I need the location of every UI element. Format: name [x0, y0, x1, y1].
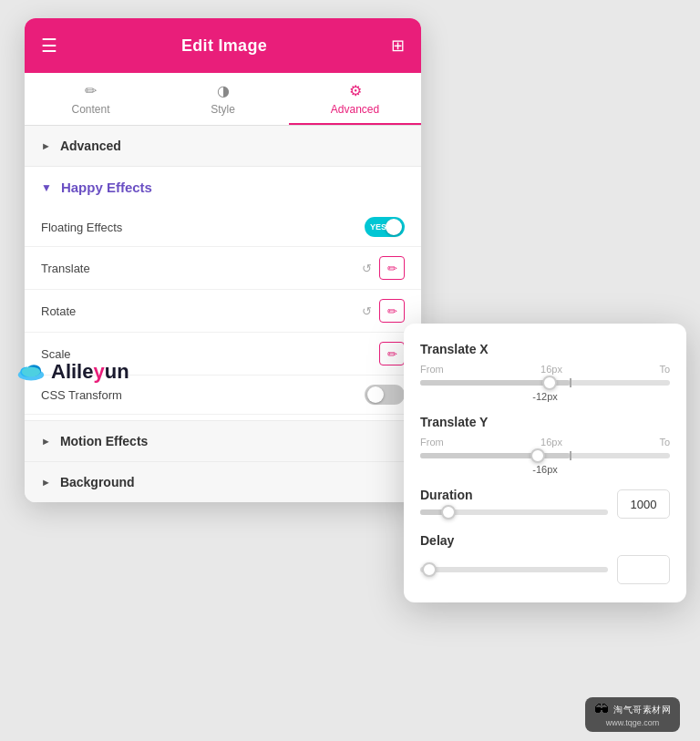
tab-content-label: Content [71, 103, 109, 116]
scale-edit-button[interactable]: ✏ [379, 342, 405, 365]
floating-effects-label: Floating Effects [41, 221, 122, 234]
floating-effects-control: YES [365, 217, 405, 237]
rotate-refresh-button[interactable]: ↺ [362, 304, 372, 318]
controls-area: Floating Effects YES Translate ↺ ✏ Ro [25, 208, 421, 420]
watermark-text: Alileyun [51, 360, 129, 384]
translate-control: ↺ ✏ [362, 256, 405, 280]
site-watermark-top: 🕶 淘气哥素材网 [594, 702, 671, 718]
advanced-section-row[interactable]: ► Advanced [25, 126, 421, 167]
translate-x-knob[interactable] [542, 376, 557, 390]
translate-y-section: Translate Y From 16px To -16px [420, 415, 670, 475]
floating-effects-toggle[interactable]: YES [365, 217, 405, 237]
background-label: Background [60, 475, 135, 489]
delay-title: Delay [420, 533, 670, 548]
translate-x-tick [570, 378, 571, 387]
scale-label: Scale [41, 347, 71, 361]
duration-left: Duration [420, 488, 608, 520]
translate-y-knob[interactable] [530, 448, 545, 463]
floating-effects-row: Floating Effects YES [25, 208, 421, 247]
watermark: Alileyun [16, 360, 129, 384]
duration-section: Duration [420, 488, 670, 520]
panel-header: ☰ Edit Image ⊞ [25, 18, 421, 73]
advanced-section-label: Advanced [60, 139, 121, 153]
style-icon: ◑ [217, 82, 230, 99]
delay-input[interactable] [617, 555, 670, 584]
panel-title: Edit Image [181, 36, 267, 56]
advanced-chevron-icon: ► [41, 140, 51, 151]
css-transform-toggle[interactable] [365, 385, 405, 405]
translate-x-title: Translate X [420, 342, 670, 356]
duration-title: Duration [420, 488, 608, 502]
translate-edit-button[interactable]: ✏ [379, 256, 405, 280]
watermark-red-letter: y [93, 360, 104, 383]
tab-advanced[interactable]: ⚙ Advanced [289, 73, 421, 125]
content-icon: ✏ [85, 82, 97, 99]
translate-y-title: Translate Y [420, 415, 670, 429]
hamburger-icon[interactable]: ☰ [41, 35, 57, 57]
translate-x-label-row: From 16px To [420, 364, 670, 375]
translate-x-from-label: From [420, 364, 444, 375]
translate-x-mid-value: -12px [420, 391, 670, 402]
site-watermark: 🕶 淘气哥素材网 www.tqge.com [585, 697, 680, 732]
translate-x-value-label: 16px [540, 364, 562, 375]
delay-knob[interactable] [422, 562, 437, 577]
translate-x-to-label: To [659, 364, 670, 375]
background-section-row[interactable]: ► Background [25, 462, 421, 502]
scale-control: ✏ [379, 342, 405, 365]
floating-popup: Translate X From 16px To -12px Translate… [404, 324, 686, 602]
site-name: 淘气哥素材网 [613, 704, 671, 716]
translate-x-track[interactable] [420, 380, 670, 386]
gear-icon: ⚙ [349, 82, 362, 99]
translate-refresh-button[interactable]: ↺ [362, 262, 372, 275]
rotate-label: Rotate [41, 304, 76, 318]
duration-track[interactable] [420, 509, 608, 515]
rotate-edit-button[interactable]: ✏ [379, 299, 405, 323]
translate-y-from-label: From [420, 437, 444, 448]
delay-slider-wrap [420, 561, 608, 578]
translate-y-to-label: To [659, 437, 670, 448]
tab-content[interactable]: ✏ Content [25, 73, 157, 125]
duration-input[interactable] [617, 489, 670, 519]
duration-knob[interactable] [441, 505, 456, 520]
translate-y-tick [570, 451, 571, 460]
translate-y-mid-value: -16px [420, 464, 670, 475]
translate-row: Translate ↺ ✏ [25, 247, 421, 290]
css-transform-control [365, 385, 405, 405]
motion-effects-chevron-icon: ► [41, 436, 51, 447]
translate-x-section: Translate X From 16px To -12px [420, 342, 670, 402]
delay-input-row [420, 555, 670, 584]
happy-effects-label: Happy Effects [61, 180, 152, 195]
site-url: www.tqge.com [606, 718, 660, 727]
svg-point-3 [22, 367, 40, 377]
grid-icon[interactable]: ⊞ [391, 36, 405, 56]
toggle-knob [386, 219, 402, 235]
translate-y-track[interactable] [420, 453, 670, 458]
toggle-yes-label: YES [370, 222, 386, 232]
css-transform-label: CSS Transform [41, 388, 122, 402]
background-chevron-icon: ► [41, 477, 51, 488]
tabs-row: ✏ Content ◑ Style ⚙ Advanced [25, 73, 421, 126]
translate-label: Translate [41, 262, 90, 275]
tab-style-label: Style [211, 103, 235, 116]
main-panel: ☰ Edit Image ⊞ ✏ Content ◑ Style ⚙ Advan… [25, 18, 421, 502]
tab-advanced-label: Advanced [331, 103, 379, 116]
rotate-control: ↺ ✏ [362, 299, 405, 323]
motion-effects-label: Motion Effects [60, 434, 148, 448]
translate-y-fill [420, 453, 570, 458]
translate-y-value-label: 16px [540, 437, 562, 448]
cloud-icon [16, 362, 46, 382]
rotate-row: Rotate ↺ ✏ [25, 290, 421, 333]
css-transform-knob [367, 386, 384, 403]
duration-slider-wrap [420, 509, 608, 515]
translate-y-label-row: From 16px To [420, 437, 670, 448]
motion-effects-section-row[interactable]: ► Motion Effects [25, 421, 421, 462]
delay-track[interactable] [420, 567, 608, 572]
happy-effects-header[interactable]: ▼ Happy Effects [25, 167, 421, 208]
happy-chevron-down-icon: ▼ [41, 181, 52, 194]
tab-style[interactable]: ◑ Style [157, 73, 289, 125]
delay-section: Delay [420, 533, 670, 584]
glasses-icon: 🕶 [594, 702, 609, 718]
